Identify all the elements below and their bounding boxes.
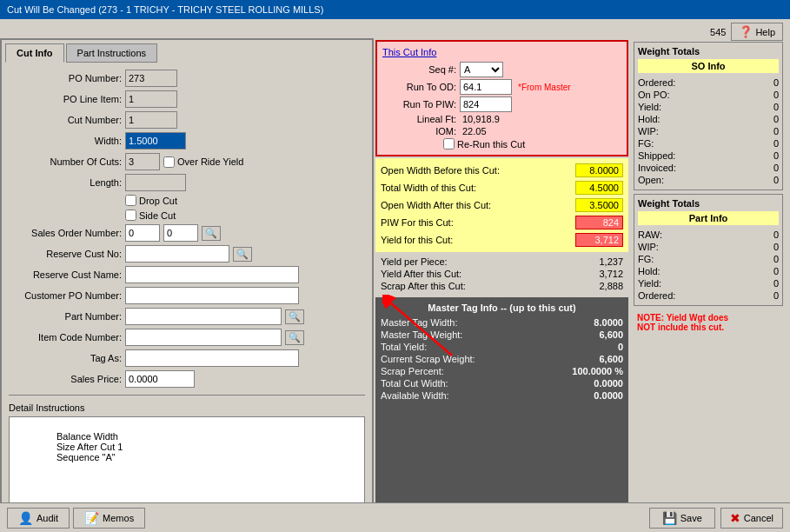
so-yield-value: 0 xyxy=(753,102,779,112)
sales-order-row: Sales Order Number: 🔍 xyxy=(9,224,365,242)
cut-number-input[interactable] xyxy=(125,111,177,129)
so-shipped-label: Shipped: xyxy=(638,150,675,161)
seq-select[interactable]: A xyxy=(460,62,503,77)
so-wip-row: WIP: 0 xyxy=(638,125,779,137)
num-cuts-label: Number Of Cuts: xyxy=(9,156,122,167)
so-invoiced-row: Invoiced: 0 xyxy=(638,162,779,174)
part-number-input[interactable] xyxy=(125,308,282,325)
lineal-ft-value: 10,918.9 xyxy=(460,114,500,124)
audit-icon: 👤 xyxy=(18,511,33,525)
save-icon: 💾 xyxy=(662,511,677,525)
from-master-text: *From Master xyxy=(518,83,571,92)
run-to-od-label: Run To OD: xyxy=(382,82,456,92)
master-tag-weight-value: 6,600 xyxy=(599,329,623,340)
search-icon1[interactable]: 🔍 xyxy=(202,226,221,241)
scrap-after-cut-row: Scrap After this Cut: 2,888 xyxy=(381,280,623,292)
part-raw-label: RAW: xyxy=(638,229,662,240)
so-wip-value: 0 xyxy=(753,126,779,136)
rerun-checkbox[interactable] xyxy=(443,138,455,150)
yield-row: Yield for this Cut: 3,712 xyxy=(381,231,623,249)
search-icon3[interactable]: 🔍 xyxy=(285,309,304,324)
available-width-label: Available Width: xyxy=(381,390,449,401)
memos-button[interactable]: 📝 Memos xyxy=(73,508,145,529)
num-cuts-row: Number Of Cuts: Over Ride Yield xyxy=(9,153,365,170)
override-yield-label: Over Ride Yield xyxy=(163,156,243,168)
num-cuts-input[interactable] xyxy=(125,153,160,170)
item-code-input[interactable] xyxy=(125,329,282,346)
current-scrap-weight-row: Current Scrap Weight: 6,600 xyxy=(381,353,623,365)
side-cut-checkbox[interactable] xyxy=(125,209,136,221)
width-info-section: Open Width Before this Cut: 8.0000 Total… xyxy=(375,158,628,252)
search-icon2[interactable]: 🔍 xyxy=(233,247,252,262)
cancel-button[interactable]: ✖ Cancel xyxy=(720,508,783,529)
piw-value: 824 xyxy=(575,216,623,229)
tab-cut-info[interactable]: Cut Info xyxy=(5,43,64,63)
run-to-piw-input[interactable] xyxy=(460,96,512,112)
tab-part-instructions[interactable]: Part Instructions xyxy=(66,43,157,63)
tag-as-label: Tag As: xyxy=(9,353,122,363)
part-wip-label: WIP: xyxy=(638,242,659,252)
so-invoiced-label: Invoiced: xyxy=(638,163,676,173)
sales-order-input2[interactable] xyxy=(163,224,198,242)
drop-cut-checkbox[interactable] xyxy=(125,195,136,206)
so-hold-value: 0 xyxy=(753,114,779,124)
left-panel: Cut Info Part Instructions PO Number: PO… xyxy=(0,38,374,532)
reserve-cust-name-input[interactable] xyxy=(125,266,299,283)
search-icon4[interactable]: 🔍 xyxy=(285,330,304,345)
part-yield-label: Yield: xyxy=(638,278,661,289)
run-to-od-input[interactable] xyxy=(460,79,512,95)
scrap-after-cut-value: 2,888 xyxy=(599,281,623,291)
yield-per-piece-value: 1,237 xyxy=(599,256,623,267)
save-button[interactable]: 💾 Save xyxy=(649,508,715,529)
part-raw-value: 0 xyxy=(753,229,779,240)
customer-po-input[interactable] xyxy=(125,287,299,304)
so-yield-label: Yield: xyxy=(638,102,661,112)
yield-value: 3,712 xyxy=(575,233,623,247)
part-fg-value: 0 xyxy=(753,254,779,264)
page-number: 545 xyxy=(710,27,726,37)
sales-price-input[interactable] xyxy=(125,370,195,388)
scrap-percent-row: Scrap Percent: 100.0000 % xyxy=(381,365,623,377)
audit-button[interactable]: 👤 Audit xyxy=(7,508,70,529)
part-weight-section: Weight Totals Part Info RAW: 0 WIP: 0 FG… xyxy=(634,194,783,306)
part-weight-subtitle: Part Info xyxy=(638,211,779,225)
so-wip-label: WIP: xyxy=(638,126,659,136)
reserve-cust-no-row: Reserve Cust No: 🔍 xyxy=(9,245,365,263)
total-width-row: Total Width of this Cut: 4.5000 xyxy=(381,179,623,196)
reserve-cust-no-input[interactable] xyxy=(125,245,229,263)
sales-order-input1[interactable] xyxy=(125,224,160,242)
master-tag-weight-label: Master Tag Weight: xyxy=(381,329,462,340)
width-label: Width: xyxy=(9,136,122,146)
yield-note: NOTE: Yield Wgt does NOT include this cu… xyxy=(634,309,783,336)
customer-po-row: Customer PO Number: xyxy=(9,287,365,304)
bottom-right-buttons: 💾 Save ✖ Cancel xyxy=(649,508,783,529)
so-hold-row: Hold: 0 xyxy=(638,113,779,125)
total-yield-row: Total Yield: 0 xyxy=(381,341,623,353)
so-ordered-label: Ordered: xyxy=(638,77,675,88)
total-cut-width-label: Total Cut Width: xyxy=(381,378,448,389)
length-input[interactable] xyxy=(125,174,186,191)
this-cut-info-section: This Cut Info Seq #: A Run To OD: *From … xyxy=(375,40,628,156)
tag-as-input[interactable] xyxy=(125,349,299,367)
so-fg-row: FG: 0 xyxy=(638,137,779,150)
part-wip-row: WIP: 0 xyxy=(638,241,779,253)
yield-after-cut-row: Yield After this Cut: 3,712 xyxy=(381,268,623,280)
part-hold-value: 0 xyxy=(753,266,779,276)
open-width-before-value: 8.0000 xyxy=(575,163,623,177)
override-yield-checkbox[interactable] xyxy=(163,156,175,168)
detail-instructions-label: Detail Instructions xyxy=(9,402,365,413)
width-input[interactable] xyxy=(125,132,186,150)
open-width-before-label: Open Width Before this Cut: xyxy=(381,165,500,176)
run-to-od-row: Run To OD: *From Master xyxy=(382,79,621,95)
yield-label: Yield for this Cut: xyxy=(381,235,453,245)
so-fg-value: 0 xyxy=(753,138,779,149)
master-tag-width-row: Master Tag Width: 8.0000 xyxy=(381,316,623,329)
po-number-input[interactable] xyxy=(125,70,177,87)
help-button[interactable]: ❓ Help xyxy=(731,23,783,41)
po-line-item-input[interactable] xyxy=(125,90,177,108)
seq-label: Seq #: xyxy=(382,64,456,75)
title-text: Cut Will Be Changed (273 - 1 TRICHY - TR… xyxy=(7,4,323,15)
this-cut-info-title[interactable]: This Cut Info xyxy=(382,47,621,57)
part-number-row: Part Number: 🔍 xyxy=(9,308,365,325)
cancel-icon: ✖ xyxy=(730,511,740,525)
